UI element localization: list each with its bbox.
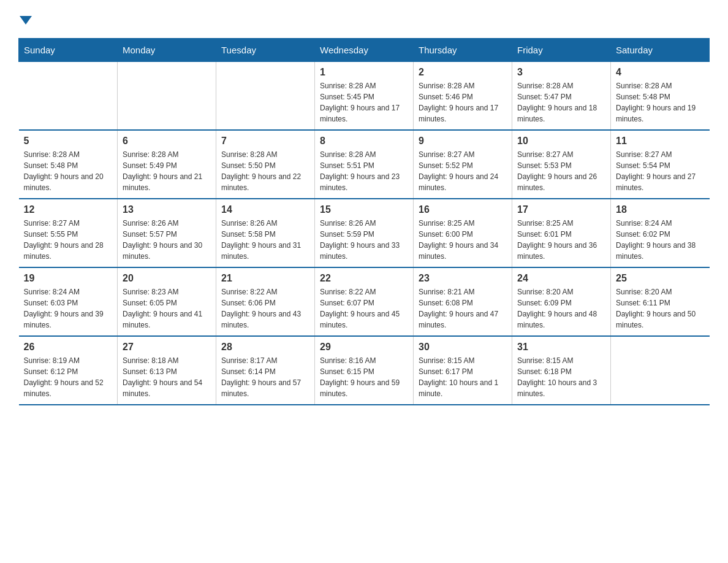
calendar-cell: 20Sunrise: 8:23 AM Sunset: 6:05 PM Dayli…: [118, 267, 216, 336]
calendar-cell: 25Sunrise: 8:20 AM Sunset: 6:11 PM Dayli…: [611, 267, 710, 336]
day-number: 3: [517, 67, 605, 78]
calendar-cell: 21Sunrise: 8:22 AM Sunset: 6:06 PM Dayli…: [216, 267, 315, 336]
calendar-cell: 16Sunrise: 8:25 AM Sunset: 6:00 PM Dayli…: [414, 199, 512, 267]
calendar-week-2: 5Sunrise: 8:28 AM Sunset: 5:48 PM Daylig…: [19, 130, 710, 199]
day-info: Sunrise: 8:15 AM Sunset: 6:18 PM Dayligh…: [517, 355, 605, 399]
day-header-thursday: Thursday: [414, 39, 512, 62]
day-number: 20: [123, 273, 211, 284]
day-header-wednesday: Wednesday: [315, 39, 414, 62]
calendar-cell: 15Sunrise: 8:26 AM Sunset: 5:59 PM Dayli…: [315, 199, 414, 267]
day-number: 22: [320, 273, 408, 284]
day-number: 15: [320, 204, 408, 215]
day-number: 9: [419, 136, 507, 147]
day-number: 30: [419, 342, 507, 353]
calendar-week-4: 19Sunrise: 8:24 AM Sunset: 6:03 PM Dayli…: [19, 267, 710, 336]
calendar-table: SundayMondayTuesdayWednesdayThursdayFrid…: [18, 38, 710, 405]
day-number: 21: [221, 273, 309, 284]
calendar-cell: 24Sunrise: 8:20 AM Sunset: 6:09 PM Dayli…: [512, 267, 611, 336]
calendar-cell: 12Sunrise: 8:27 AM Sunset: 5:55 PM Dayli…: [19, 199, 118, 267]
day-header-monday: Monday: [118, 39, 216, 62]
day-header-friday: Friday: [512, 39, 611, 62]
calendar-cell: 22Sunrise: 8:22 AM Sunset: 6:07 PM Dayli…: [315, 267, 414, 336]
calendar-body: 1Sunrise: 8:28 AM Sunset: 5:45 PM Daylig…: [19, 62, 710, 405]
calendar-cell: 9Sunrise: 8:27 AM Sunset: 5:52 PM Daylig…: [414, 130, 512, 199]
calendar-cell: 14Sunrise: 8:26 AM Sunset: 5:58 PM Dayli…: [216, 199, 315, 267]
calendar-week-5: 26Sunrise: 8:19 AM Sunset: 6:12 PM Dayli…: [19, 336, 710, 405]
day-info: Sunrise: 8:17 AM Sunset: 6:14 PM Dayligh…: [221, 355, 309, 399]
calendar-header: SundayMondayTuesdayWednesdayThursdayFrid…: [19, 39, 710, 62]
calendar-cell: 31Sunrise: 8:15 AM Sunset: 6:18 PM Dayli…: [512, 336, 611, 405]
day-info: Sunrise: 8:28 AM Sunset: 5:49 PM Dayligh…: [123, 149, 211, 193]
calendar-cell: 27Sunrise: 8:18 AM Sunset: 6:13 PM Dayli…: [118, 336, 216, 405]
calendar-cell: 11Sunrise: 8:27 AM Sunset: 5:54 PM Dayli…: [611, 130, 710, 199]
calendar-cell: 8Sunrise: 8:28 AM Sunset: 5:51 PM Daylig…: [315, 130, 414, 199]
calendar-cell: 4Sunrise: 8:28 AM Sunset: 5:48 PM Daylig…: [611, 62, 710, 131]
calendar-cell: 28Sunrise: 8:17 AM Sunset: 6:14 PM Dayli…: [216, 336, 315, 405]
logo-triangle-icon: [20, 16, 32, 25]
calendar-week-3: 12Sunrise: 8:27 AM Sunset: 5:55 PM Dayli…: [19, 199, 710, 267]
day-number: 25: [616, 273, 705, 284]
calendar-cell: 3Sunrise: 8:28 AM Sunset: 5:47 PM Daylig…: [512, 62, 611, 131]
calendar-cell: [216, 62, 315, 131]
day-info: Sunrise: 8:28 AM Sunset: 5:45 PM Dayligh…: [320, 80, 408, 124]
calendar-cell: 10Sunrise: 8:27 AM Sunset: 5:53 PM Dayli…: [512, 130, 611, 199]
calendar-cell: [19, 62, 118, 131]
day-number: 8: [320, 136, 408, 147]
day-info: Sunrise: 8:26 AM Sunset: 5:57 PM Dayligh…: [123, 218, 211, 262]
day-info: Sunrise: 8:27 AM Sunset: 5:55 PM Dayligh…: [24, 218, 113, 262]
day-info: Sunrise: 8:20 AM Sunset: 6:09 PM Dayligh…: [517, 286, 605, 331]
day-info: Sunrise: 8:28 AM Sunset: 5:51 PM Dayligh…: [320, 149, 408, 193]
day-info: Sunrise: 8:20 AM Sunset: 6:11 PM Dayligh…: [616, 286, 705, 331]
calendar-cell: 29Sunrise: 8:16 AM Sunset: 6:15 PM Dayli…: [315, 336, 414, 405]
day-info: Sunrise: 8:19 AM Sunset: 6:12 PM Dayligh…: [24, 355, 113, 399]
day-info: Sunrise: 8:25 AM Sunset: 6:00 PM Dayligh…: [419, 218, 507, 262]
day-number: 27: [123, 342, 211, 353]
day-info: Sunrise: 8:28 AM Sunset: 5:48 PM Dayligh…: [24, 149, 113, 193]
logo: [18, 12, 32, 28]
calendar-cell: 18Sunrise: 8:24 AM Sunset: 6:02 PM Dayli…: [611, 199, 710, 267]
day-number: 5: [24, 136, 113, 147]
day-info: Sunrise: 8:28 AM Sunset: 5:46 PM Dayligh…: [419, 80, 507, 124]
header: [18, 12, 710, 28]
calendar-week-1: 1Sunrise: 8:28 AM Sunset: 5:45 PM Daylig…: [19, 62, 710, 131]
day-info: Sunrise: 8:28 AM Sunset: 5:48 PM Dayligh…: [616, 80, 705, 124]
day-header-saturday: Saturday: [611, 39, 710, 62]
calendar-cell: 23Sunrise: 8:21 AM Sunset: 6:08 PM Dayli…: [414, 267, 512, 336]
day-number: 13: [123, 204, 211, 215]
day-number: 11: [616, 136, 705, 147]
logo-text: [18, 12, 32, 28]
day-info: Sunrise: 8:22 AM Sunset: 6:07 PM Dayligh…: [320, 286, 408, 331]
day-info: Sunrise: 8:27 AM Sunset: 5:52 PM Dayligh…: [419, 149, 507, 193]
day-info: Sunrise: 8:18 AM Sunset: 6:13 PM Dayligh…: [123, 355, 211, 399]
day-number: 19: [24, 273, 113, 284]
calendar-cell: 30Sunrise: 8:15 AM Sunset: 6:17 PM Dayli…: [414, 336, 512, 405]
day-number: 10: [517, 136, 605, 147]
calendar-cell: [118, 62, 216, 131]
day-number: 31: [517, 342, 605, 353]
calendar-cell: 1Sunrise: 8:28 AM Sunset: 5:45 PM Daylig…: [315, 62, 414, 131]
day-info: Sunrise: 8:25 AM Sunset: 6:01 PM Dayligh…: [517, 218, 605, 262]
day-number: 7: [221, 136, 309, 147]
day-number: 18: [616, 204, 705, 215]
day-info: Sunrise: 8:24 AM Sunset: 6:03 PM Dayligh…: [24, 286, 113, 331]
day-number: 26: [24, 342, 113, 353]
day-number: 6: [123, 136, 211, 147]
calendar-cell: 17Sunrise: 8:25 AM Sunset: 6:01 PM Dayli…: [512, 199, 611, 267]
day-number: 23: [419, 273, 507, 284]
day-info: Sunrise: 8:28 AM Sunset: 5:47 PM Dayligh…: [517, 80, 605, 124]
day-info: Sunrise: 8:26 AM Sunset: 5:59 PM Dayligh…: [320, 218, 408, 262]
calendar-cell: [611, 336, 710, 405]
calendar-cell: 5Sunrise: 8:28 AM Sunset: 5:48 PM Daylig…: [19, 130, 118, 199]
day-info: Sunrise: 8:23 AM Sunset: 6:05 PM Dayligh…: [123, 286, 211, 331]
day-info: Sunrise: 8:27 AM Sunset: 5:54 PM Dayligh…: [616, 149, 705, 193]
day-header-tuesday: Tuesday: [216, 39, 315, 62]
day-info: Sunrise: 8:16 AM Sunset: 6:15 PM Dayligh…: [320, 355, 408, 399]
day-info: Sunrise: 8:24 AM Sunset: 6:02 PM Dayligh…: [616, 218, 705, 262]
calendar-cell: 7Sunrise: 8:28 AM Sunset: 5:50 PM Daylig…: [216, 130, 315, 199]
calendar-cell: 2Sunrise: 8:28 AM Sunset: 5:46 PM Daylig…: [414, 62, 512, 131]
day-number: 16: [419, 204, 507, 215]
day-info: Sunrise: 8:27 AM Sunset: 5:53 PM Dayligh…: [517, 149, 605, 193]
day-number: 28: [221, 342, 309, 353]
day-info: Sunrise: 8:15 AM Sunset: 6:17 PM Dayligh…: [419, 355, 507, 399]
day-info: Sunrise: 8:28 AM Sunset: 5:50 PM Dayligh…: [221, 149, 309, 193]
